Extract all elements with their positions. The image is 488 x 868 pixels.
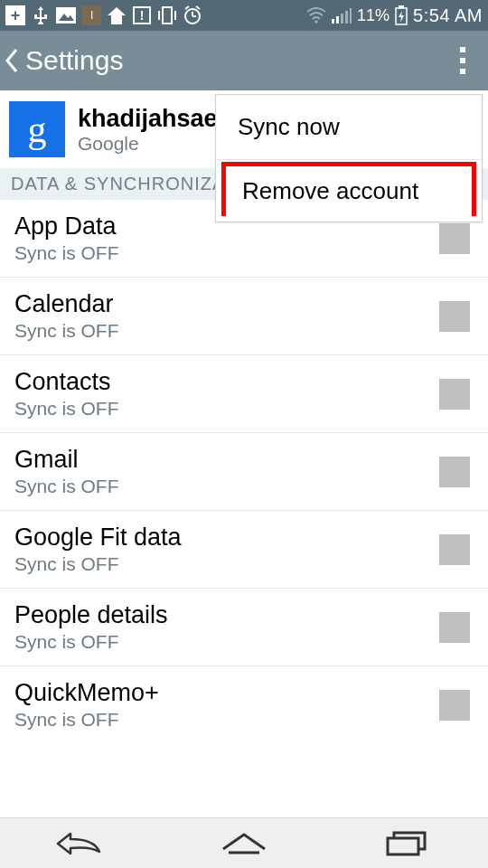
item-sub: Sync is OFF bbox=[14, 631, 168, 653]
google-badge-icon: g bbox=[9, 101, 65, 157]
clock-time: 5:54 AM bbox=[413, 5, 483, 26]
wifi-icon bbox=[306, 7, 326, 24]
item-sub: Sync is OFF bbox=[14, 242, 119, 264]
svg-rect-15 bbox=[345, 11, 348, 24]
plus-icon: + bbox=[5, 5, 25, 25]
nav-recent-button[interactable] bbox=[375, 827, 438, 860]
item-label: Contacts bbox=[14, 368, 119, 396]
sync-item-quickmemo[interactable]: QuickMemo+ Sync is OFF bbox=[0, 666, 488, 743]
sync-item-google-fit[interactable]: Google Fit data Sync is OFF bbox=[0, 511, 488, 589]
item-sub: Sync is OFF bbox=[14, 320, 119, 342]
checkbox[interactable] bbox=[439, 301, 470, 332]
status-right: 11% 5:54 AM bbox=[306, 5, 483, 26]
account-provider: Google bbox=[78, 133, 218, 155]
sync-item-people-details[interactable]: People details Sync is OFF bbox=[0, 589, 488, 666]
navigation-bar bbox=[0, 817, 488, 868]
nav-home-button[interactable] bbox=[212, 827, 276, 860]
checkbox[interactable] bbox=[439, 379, 470, 410]
signal-icon bbox=[332, 7, 352, 24]
back-button[interactable]: Settings bbox=[4, 45, 123, 76]
item-label: Calendar bbox=[14, 290, 119, 318]
status-left-icons: + ا ! bbox=[5, 5, 202, 25]
svg-rect-18 bbox=[399, 5, 404, 8]
checkbox[interactable] bbox=[439, 534, 470, 565]
item-label: Gmail bbox=[14, 446, 119, 474]
svg-rect-0 bbox=[56, 7, 76, 24]
svg-rect-3 bbox=[163, 7, 172, 24]
battery-charging-icon bbox=[395, 5, 408, 25]
sync-item-calendar[interactable]: Calendar Sync is OFF bbox=[0, 278, 488, 355]
item-sub: Sync is OFF bbox=[14, 476, 119, 497]
svg-rect-12 bbox=[332, 19, 334, 24]
item-label: Google Fit data bbox=[14, 524, 182, 552]
overflow-menu: Sync now Remove account bbox=[215, 94, 483, 222]
arabic-app-icon: ا bbox=[81, 5, 101, 25]
home-sd-icon bbox=[107, 5, 127, 25]
item-sub: Sync is OFF bbox=[14, 709, 159, 731]
menu-sync-now[interactable]: Sync now bbox=[216, 95, 482, 160]
sync-list: App Data Sync is OFF Calendar Sync is OF… bbox=[0, 200, 488, 743]
status-bar: + ا ! 11% 5:54 AM bbox=[0, 0, 488, 31]
alarm-icon bbox=[183, 5, 202, 25]
chevron-left-icon bbox=[4, 47, 20, 74]
svg-point-11 bbox=[314, 20, 317, 23]
kebab-icon bbox=[460, 47, 465, 74]
item-label: QuickMemo+ bbox=[14, 679, 159, 707]
page-title: Settings bbox=[25, 45, 123, 76]
svg-rect-13 bbox=[336, 16, 339, 24]
battery-percentage: 11% bbox=[357, 6, 389, 25]
menu-remove-account[interactable]: Remove account bbox=[221, 162, 476, 216]
item-sub: Sync is OFF bbox=[14, 553, 182, 575]
sync-item-gmail[interactable]: Gmail Sync is OFF bbox=[0, 433, 488, 511]
sync-item-contacts[interactable]: Contacts Sync is OFF bbox=[0, 355, 488, 433]
back-icon bbox=[54, 830, 108, 857]
checkbox[interactable] bbox=[439, 612, 470, 643]
svg-rect-21 bbox=[388, 838, 418, 854]
svg-line-10 bbox=[196, 6, 200, 9]
item-label: App Data bbox=[14, 212, 119, 241]
overflow-menu-button[interactable] bbox=[445, 42, 481, 79]
nav-back-button[interactable] bbox=[50, 827, 113, 860]
svg-line-9 bbox=[185, 6, 189, 9]
app-bar: Settings bbox=[0, 31, 488, 90]
checkbox[interactable] bbox=[439, 223, 470, 254]
item-label: People details bbox=[14, 601, 168, 629]
image-icon bbox=[56, 5, 76, 25]
checkbox[interactable] bbox=[439, 690, 470, 721]
svg-marker-2 bbox=[108, 7, 126, 24]
svg-rect-16 bbox=[350, 8, 352, 24]
svg-rect-14 bbox=[341, 14, 343, 24]
home-icon bbox=[220, 831, 268, 856]
usb-icon bbox=[31, 5, 51, 25]
vibrate-icon bbox=[157, 5, 177, 25]
account-name: khadijahsae bbox=[78, 105, 218, 133]
item-sub: Sync is OFF bbox=[14, 398, 119, 420]
checkbox[interactable] bbox=[439, 457, 470, 487]
svg-marker-19 bbox=[399, 11, 404, 23]
alert-icon: ! bbox=[132, 5, 152, 25]
recent-apps-icon bbox=[385, 830, 428, 857]
